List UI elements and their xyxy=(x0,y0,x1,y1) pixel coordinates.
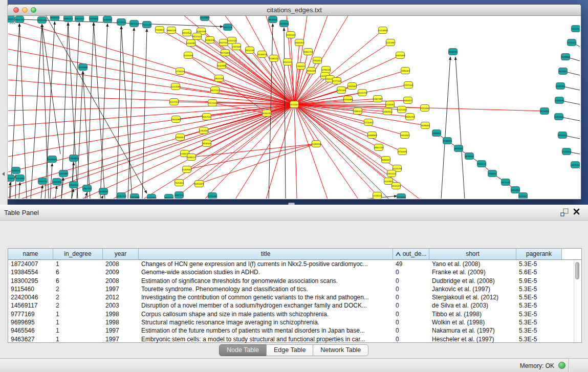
graph-node[interactable]: 8813054 xyxy=(269,16,277,23)
table-cell[interactable]: 5.3E-5 xyxy=(516,260,562,268)
graph-node[interactable]: 16033809 xyxy=(200,16,210,21)
table-cell[interactable]: Tourette syndrome. Phenomenology and cla… xyxy=(139,285,393,293)
table-cell[interactable]: 2003 xyxy=(103,301,139,310)
table-row[interactable]: 969969511998Structural magnetic resonanc… xyxy=(8,318,581,326)
table-cell[interactable]: Yano et al. (2008) xyxy=(429,260,516,268)
table-cell[interactable]: 0 xyxy=(393,301,429,310)
graph-node[interactable]: 18300295 xyxy=(262,110,272,117)
graph-node[interactable]: 19654923 xyxy=(400,132,410,139)
table-cell[interactable]: 2008 xyxy=(103,277,139,285)
graph-node[interactable]: 10154808 xyxy=(378,27,388,34)
table-cell[interactable]: Stergiakouli et al. (2012) xyxy=(429,293,516,301)
graph-node[interactable]: 9245652 xyxy=(519,193,528,199)
column-header-title[interactable]: title xyxy=(139,249,393,259)
graph-node[interactable]: 16648784 xyxy=(448,49,458,55)
graph-node[interactable]: 12112557 xyxy=(571,26,580,32)
graph-node[interactable]: 8912954 xyxy=(183,30,191,36)
table-cell[interactable]: 5.3E-5 xyxy=(516,326,562,335)
graph-node[interactable]: 17957255 xyxy=(82,185,92,192)
graph-node[interactable]: 18530012 xyxy=(50,16,60,21)
table-cell[interactable]: 0 xyxy=(393,335,429,343)
table-cell[interactable]: 18300295 xyxy=(8,277,53,285)
table-cell[interactable]: 6 xyxy=(53,277,103,285)
table-cell[interactable]: 5.3E-5 xyxy=(516,335,562,343)
graph-node[interactable]: 15751074 xyxy=(567,39,577,46)
graph-node[interactable]: 9115460 xyxy=(421,105,429,112)
column-header-in-degree[interactable]: in_degree xyxy=(53,249,103,259)
table-cell[interactable]: 5.6E-5 xyxy=(516,268,562,276)
graph-node[interactable]: 14136141 xyxy=(372,192,382,199)
graph-node[interactable]: 9860101 xyxy=(165,194,173,199)
table-cell[interactable]: Hescheler et al. (1997) xyxy=(429,335,516,343)
float-panel-button[interactable] xyxy=(559,208,570,217)
table-cell[interactable]: Changes of HCN gene expression and I(f) … xyxy=(139,260,393,268)
table-cell[interactable]: 1 xyxy=(53,326,103,335)
table-cell[interactable]: 1997 xyxy=(103,326,139,335)
graph-node[interactable]: 12353594 xyxy=(199,127,209,134)
table-cell[interactable]: 0 xyxy=(393,310,429,318)
graph-node[interactable]: 11675300 xyxy=(571,162,580,168)
vertical-scrollbar[interactable] xyxy=(574,260,581,342)
graph-node[interactable]: 18724007 xyxy=(289,101,299,108)
graph-node[interactable]: 7625402 xyxy=(175,180,184,186)
graph-node[interactable]: 12444193 xyxy=(554,97,564,104)
graph-node[interactable]: 9753426 xyxy=(397,194,406,199)
table-cell[interactable]: 5.5E-5 xyxy=(516,293,562,301)
graph-node[interactable]: 16914479 xyxy=(194,181,204,187)
graph-node[interactable]: 7857224 xyxy=(224,24,232,31)
network-window-titlebar[interactable]: citations_edges.txt xyxy=(8,5,581,16)
graph-node[interactable]: 1362615 xyxy=(297,63,306,70)
canvas-resize-grip[interactable] xyxy=(8,16,17,25)
graph-node[interactable]: 16245758 xyxy=(357,90,367,96)
graph-node[interactable]: 12156801 xyxy=(15,175,25,182)
graph-node[interactable]: 10975887 xyxy=(58,170,69,177)
graph-node[interactable]: 9267110 xyxy=(203,114,211,120)
table-row[interactable]: 1938455462009Genome-wide association stu… xyxy=(8,268,581,276)
graph-node[interactable]: 12093382 xyxy=(555,83,565,90)
graph-node[interactable]: 8427552 xyxy=(211,87,220,94)
graph-node[interactable]: 7563822 xyxy=(156,27,164,33)
graph-node[interactable]: 8454749 xyxy=(246,47,254,54)
graph-node[interactable]: 5498222 xyxy=(187,154,196,161)
graph-node[interactable]: 17016504 xyxy=(561,148,572,155)
memory-ok-icon[interactable] xyxy=(558,362,565,369)
table-row[interactable]: 1456911722003Disruption of a novel membe… xyxy=(8,301,581,310)
table-cell[interactable]: Estimation of significance thresholds fo… xyxy=(139,277,393,285)
table-cell[interactable]: 2 xyxy=(53,285,103,293)
table-cell[interactable]: 2 xyxy=(53,301,103,310)
graph-node[interactable]: 10973493 xyxy=(395,52,405,59)
graph-node[interactable]: 6216091 xyxy=(386,101,395,108)
graph-node[interactable]: 9684067 xyxy=(382,157,390,163)
graph-node[interactable]: 9474444 xyxy=(465,153,474,160)
graph-node[interactable]: 22420046 xyxy=(183,52,193,59)
table-cell[interactable]: 5.3E-5 xyxy=(516,285,562,293)
graph-node[interactable]: 1815112 xyxy=(387,170,396,177)
graph-node[interactable]: 8530611 xyxy=(12,167,20,174)
collapse-left-icon[interactable] xyxy=(2,172,5,176)
table-cell[interactable]: 2009 xyxy=(103,268,139,276)
graph-node[interactable]: 2935114 xyxy=(477,161,486,167)
graph-node[interactable]: 20564486 xyxy=(343,96,353,103)
table-cell[interactable]: 9777169 xyxy=(8,310,53,318)
graph-node[interactable]: 19218596 xyxy=(279,20,289,27)
graph-node[interactable]: 15592051 xyxy=(557,132,568,139)
graph-node[interactable]: 16961758 xyxy=(303,49,313,55)
graph-node[interactable]: 10655257 xyxy=(74,16,84,22)
graph-node[interactable]: 20206505 xyxy=(47,156,57,163)
graph-node[interactable]: 16543382 xyxy=(186,40,196,47)
graph-node[interactable]: 9317005 xyxy=(208,100,217,106)
table-cell[interactable]: 22420046 xyxy=(8,293,53,301)
graph-node[interactable]: 2803144 xyxy=(215,75,224,82)
table-cell[interactable]: 5.3E-5 xyxy=(516,310,562,318)
table-cell[interactable]: 9465546 xyxy=(8,326,53,335)
table-cell[interactable]: 1 xyxy=(53,310,103,318)
graph-node[interactable]: 9777169 xyxy=(333,78,341,84)
graph-node[interactable]: 20053346 xyxy=(78,64,88,71)
graph-node[interactable]: 10958187 xyxy=(98,188,108,195)
graph-node[interactable]: 2718126 xyxy=(176,68,185,75)
table-cell[interactable]: 49 xyxy=(393,260,429,268)
graph-node[interactable]: 7955812 xyxy=(313,57,322,64)
table-cell[interactable]: 5.9E-5 xyxy=(516,277,562,285)
graph-node[interactable]: 12505115 xyxy=(69,182,79,188)
graph-node[interactable]: 10654112 xyxy=(511,187,520,193)
